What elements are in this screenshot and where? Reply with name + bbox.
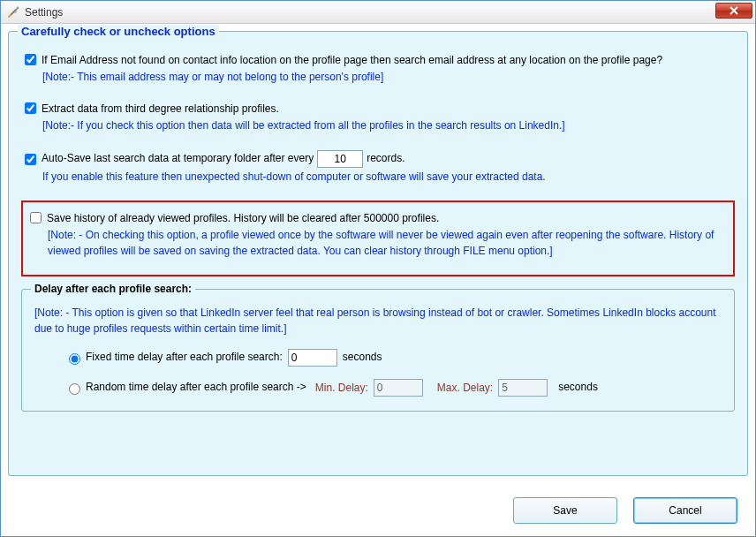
delay-fieldset: Delay after each profile search: [Note: … [21, 289, 735, 412]
label-autosave-before[interactable]: Auto-Save last search data at temporary … [42, 151, 314, 166]
options-group: Carefully check or uncheck options If Em… [8, 31, 748, 476]
radio-fixed-delay[interactable] [69, 353, 80, 365]
unit-random-delay: seconds [558, 380, 598, 395]
options-legend: Carefully check or uncheck options [18, 25, 219, 38]
label-min-delay: Min. Delay: [315, 382, 368, 394]
note-save-history: [Note: - On checking this option, a prof… [48, 228, 728, 259]
input-max-delay[interactable] [498, 379, 548, 397]
input-autosave-records[interactable] [317, 150, 363, 168]
delay-note: [Note: - This option is given so that Li… [34, 306, 722, 337]
unit-fixed-delay: seconds [343, 350, 382, 365]
content-area: Carefully check or uncheck options If Em… [1, 24, 755, 536]
label-third-degree[interactable]: Extract data from third degree relations… [42, 102, 279, 117]
radio-row-random: Random time delay after each profile sea… [64, 379, 722, 397]
label-max-delay: Max. Delay: [437, 382, 493, 394]
highlighted-option-box: Save history of already viewed profiles.… [21, 200, 735, 276]
checkbox-third-degree[interactable] [25, 102, 36, 114]
delay-legend: Delay after each profile search: [31, 283, 195, 295]
label-email-search[interactable]: If Email Address not found on contact in… [42, 53, 662, 68]
option-save-history: Save history of already viewed profiles.… [30, 211, 728, 259]
note-email-search: [Note:- This email address may or may no… [42, 70, 731, 85]
label-autosave-after: records. [367, 151, 404, 166]
button-row: Save Cancel [513, 497, 737, 524]
checkbox-email-search[interactable] [25, 54, 36, 65]
settings-icon [6, 5, 20, 19]
option-email-search: If Email Address not found on contact in… [25, 53, 731, 86]
label-random-delay[interactable]: Random time delay after each profile sea… [86, 380, 306, 395]
note-third-degree: [Note:- If you check this option then da… [42, 118, 731, 133]
input-fixed-delay[interactable] [288, 349, 337, 367]
svg-point-3 [17, 6, 19, 9]
input-min-delay[interactable] [374, 379, 423, 397]
checkbox-autosave[interactable] [25, 154, 36, 165]
cancel-button[interactable]: Cancel [633, 497, 737, 524]
titlebar: Settings [1, 1, 755, 24]
save-button[interactable]: Save [513, 497, 617, 524]
settings-window: Settings Carefully check or uncheck opti… [0, 0, 756, 537]
close-button[interactable] [715, 3, 752, 19]
note-autosave: If you enable this feature then unexpect… [42, 170, 731, 185]
label-save-history[interactable]: Save history of already viewed profiles.… [47, 211, 439, 226]
close-icon [729, 6, 739, 15]
window-title: Settings [25, 6, 63, 19]
checkbox-save-history[interactable] [30, 212, 42, 223]
label-fixed-delay[interactable]: Fixed time delay after each profile sear… [86, 350, 283, 365]
radio-random-delay[interactable] [69, 383, 80, 395]
radio-row-fixed: Fixed time delay after each profile sear… [64, 349, 722, 367]
option-autosave: Auto-Save last search data at temporary … [25, 150, 731, 185]
option-third-degree: Extract data from third degree relations… [25, 102, 731, 134]
